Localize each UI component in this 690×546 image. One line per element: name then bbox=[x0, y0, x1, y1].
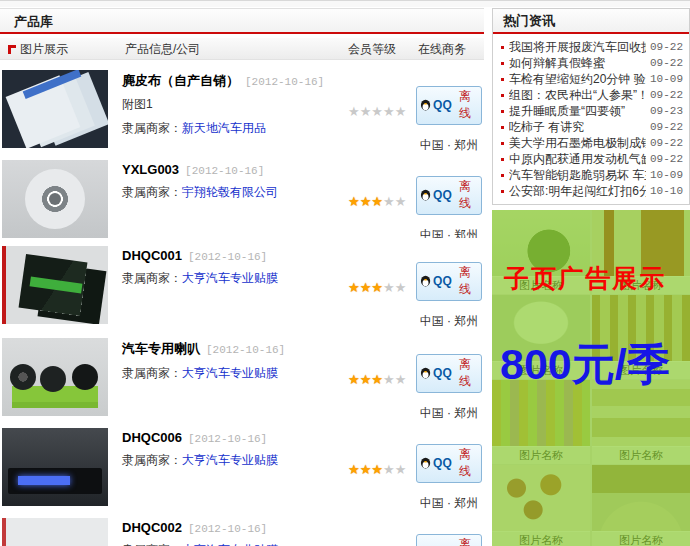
product-image[interactable] bbox=[2, 518, 108, 546]
bullet-icon bbox=[501, 46, 504, 49]
table-row: 汽车专用喇叭[2012-10-16] 隶属商家：大亨汽车专业贴膜 ★★★★★ Q… bbox=[0, 330, 484, 420]
product-title[interactable]: YXLG003[2012-10-16] bbox=[122, 162, 342, 177]
news-item[interactable]: 组图：农民种出“人参果”！09-22 bbox=[501, 87, 683, 103]
product-image[interactable] bbox=[2, 160, 108, 238]
star-icon: ★ bbox=[348, 194, 360, 209]
product-image[interactable] bbox=[2, 428, 108, 506]
vendor-line: 隶属商家：新天地汽车用品 bbox=[122, 120, 342, 137]
product-name[interactable]: 麂皮布（自产自销） bbox=[122, 73, 239, 88]
product-name[interactable]: YXLG003 bbox=[122, 162, 179, 177]
star-icon: ★ bbox=[371, 280, 383, 295]
bullet-icon bbox=[501, 126, 504, 129]
bullet-icon bbox=[501, 158, 504, 161]
star-icon: ★ bbox=[383, 194, 395, 209]
star-icon: ★ bbox=[383, 280, 395, 295]
star-icon: ★ bbox=[383, 462, 395, 477]
product-library-title: 产品库 bbox=[0, 8, 484, 34]
product-info: DHQC002[2012-10-16] 隶属商家：大亨汽车专业贴膜 bbox=[122, 520, 342, 546]
product-name[interactable]: DHQC006 bbox=[122, 430, 182, 445]
product-info: DHQC006[2012-10-16] 隶属商家：大亨汽车专业贴膜 bbox=[122, 430, 342, 469]
news-item[interactable]: 美大学用石墨烯电极制成锂电09-22 bbox=[501, 135, 683, 151]
star-icon: ★ bbox=[348, 462, 360, 477]
qq-status-button[interactable]: QQ离线 bbox=[416, 176, 482, 215]
vendor-label: 隶属商家： bbox=[122, 185, 182, 199]
qq-penguin-icon bbox=[420, 275, 431, 288]
news-item[interactable]: 公安部:明年起闯红灯扣6分 挡10-10 bbox=[501, 183, 683, 199]
news-text[interactable]: 汽车智能钥匙脆弱易坏 车主需 bbox=[509, 167, 646, 184]
news-item[interactable]: 汽车智能钥匙脆弱易坏 车主需10-09 bbox=[501, 167, 683, 183]
news-text[interactable]: 车检有望缩短约20分钟 验车将 bbox=[509, 71, 646, 88]
vendor-link[interactable]: 新天地汽车用品 bbox=[182, 121, 266, 135]
news-text[interactable]: 我国将开展报废汽车回收拆解 bbox=[509, 39, 646, 56]
product-date: [2012-10-16] bbox=[206, 344, 285, 356]
vendor-line: 隶属商家：大亨汽车专业贴膜 bbox=[122, 270, 342, 287]
news-text[interactable]: 美大学用石墨烯电极制成锂电 bbox=[509, 135, 646, 152]
qq-status: 离线 bbox=[454, 356, 476, 390]
bullet-icon bbox=[501, 94, 504, 97]
product-location: 中国 · 郑州 bbox=[416, 313, 482, 330]
product-name[interactable]: DHQC001 bbox=[122, 248, 182, 263]
vendor-link[interactable]: 大亨汽车专业贴膜 bbox=[182, 366, 278, 380]
ad-thumb-caption: 图片名称 bbox=[492, 447, 590, 464]
column-level: 会员等级 bbox=[348, 41, 396, 58]
column-marker-icon bbox=[8, 45, 16, 54]
product-image[interactable] bbox=[2, 338, 108, 416]
star-icon: ★ bbox=[360, 104, 372, 119]
news-item[interactable]: 我国将开展报废汽车回收拆解09-22 bbox=[501, 39, 683, 55]
star-icon: ★ bbox=[383, 372, 395, 387]
table-row: DHQC002[2012-10-16] 隶属商家：大亨汽车专业贴膜 ★★★★★ … bbox=[0, 510, 484, 546]
news-item[interactable]: 如何辩解真假蜂蜜09-22 bbox=[501, 55, 683, 71]
news-item[interactable]: 提升睡眠质量“四要领”09-23 bbox=[501, 103, 683, 119]
star-icon: ★ bbox=[348, 104, 360, 119]
product-extra: 附图1 bbox=[122, 96, 342, 113]
star-icon: ★ bbox=[395, 194, 407, 209]
vendor-link[interactable]: 大亨汽车专业贴膜 bbox=[182, 271, 278, 285]
star-icon: ★ bbox=[360, 280, 372, 295]
qq-label: QQ bbox=[433, 98, 452, 112]
news-text[interactable]: 吃柿子 有讲究 bbox=[509, 119, 646, 136]
ad-showcase: 图片名称 图片名称 图片名称 图片名称 图片名称 图片名称 图片名称 图片名称 … bbox=[492, 210, 690, 546]
product-title[interactable]: DHQC002[2012-10-16] bbox=[122, 520, 342, 535]
news-item[interactable]: 中原内配获通用发动机气缸套09-22 bbox=[501, 151, 683, 167]
star-icon: ★ bbox=[395, 280, 407, 295]
star-icon: ★ bbox=[371, 194, 383, 209]
product-title[interactable]: DHQC006[2012-10-16] bbox=[122, 430, 342, 445]
online-business-cell: QQ离线 中国 · 郑州 bbox=[416, 444, 482, 512]
vendor-label: 隶属商家： bbox=[122, 271, 182, 285]
ad-thumb[interactable]: 图片名称 bbox=[492, 465, 590, 546]
vendor-link[interactable]: 宇翔轮毂有限公司 bbox=[182, 185, 278, 199]
news-item[interactable]: 吃柿子 有讲究09-22 bbox=[501, 119, 683, 135]
news-text[interactable]: 中原内配获通用发动机气缸套 bbox=[509, 151, 646, 168]
qq-status: 离线 bbox=[454, 264, 476, 298]
table-row: DHQC006[2012-10-16] 隶属商家：大亨汽车专业贴膜 ★★★★★ … bbox=[0, 420, 484, 510]
star-icon: ★ bbox=[371, 462, 383, 477]
news-text[interactable]: 如何辩解真假蜂蜜 bbox=[509, 55, 646, 72]
column-business: 在线商务 bbox=[418, 41, 466, 58]
qq-status-button[interactable]: QQ离线 bbox=[416, 444, 482, 483]
news-date: 09-22 bbox=[650, 41, 683, 53]
qq-status-button[interactable]: QQ离线 bbox=[416, 354, 482, 393]
news-date: 10-09 bbox=[650, 169, 683, 181]
qq-status-button[interactable]: QQ离线 bbox=[416, 86, 482, 125]
star-icon: ★ bbox=[348, 372, 360, 387]
product-image[interactable] bbox=[2, 246, 108, 324]
news-text[interactable]: 公安部:明年起闯红灯扣6分 挡 bbox=[509, 183, 646, 200]
product-title[interactable]: 汽车专用喇叭[2012-10-16] bbox=[122, 340, 342, 358]
product-image[interactable] bbox=[2, 70, 108, 148]
product-info: DHQC001[2012-10-16] 隶属商家：大亨汽车专业贴膜 bbox=[122, 248, 342, 287]
product-title[interactable]: DHQC001[2012-10-16] bbox=[122, 248, 342, 263]
vendor-link[interactable]: 大亨汽车专业贴膜 bbox=[182, 453, 278, 467]
news-text[interactable]: 提升睡眠质量“四要领” bbox=[509, 103, 646, 120]
ad-thumb[interactable]: 图片名称 bbox=[592, 465, 690, 546]
qq-status-button[interactable]: QQ离线 bbox=[416, 262, 482, 301]
product-name[interactable]: DHQC002 bbox=[122, 520, 182, 535]
product-date: [2012-10-16] bbox=[185, 165, 264, 177]
product-title[interactable]: 麂皮布（自产自销）[2012-10-16] bbox=[122, 72, 342, 90]
news-text[interactable]: 组图：农民种出“人参果”！ bbox=[509, 87, 646, 104]
qq-status-button[interactable]: QQ离线 bbox=[416, 534, 482, 546]
product-date: [2012-10-16] bbox=[188, 433, 267, 445]
qq-label: QQ bbox=[433, 456, 452, 470]
product-name[interactable]: 汽车专用喇叭 bbox=[122, 341, 200, 356]
news-item[interactable]: 车检有望缩短约20分钟 验车将10-09 bbox=[501, 71, 683, 87]
online-business-cell: QQ离线 中国 · 郑州 bbox=[416, 534, 482, 546]
